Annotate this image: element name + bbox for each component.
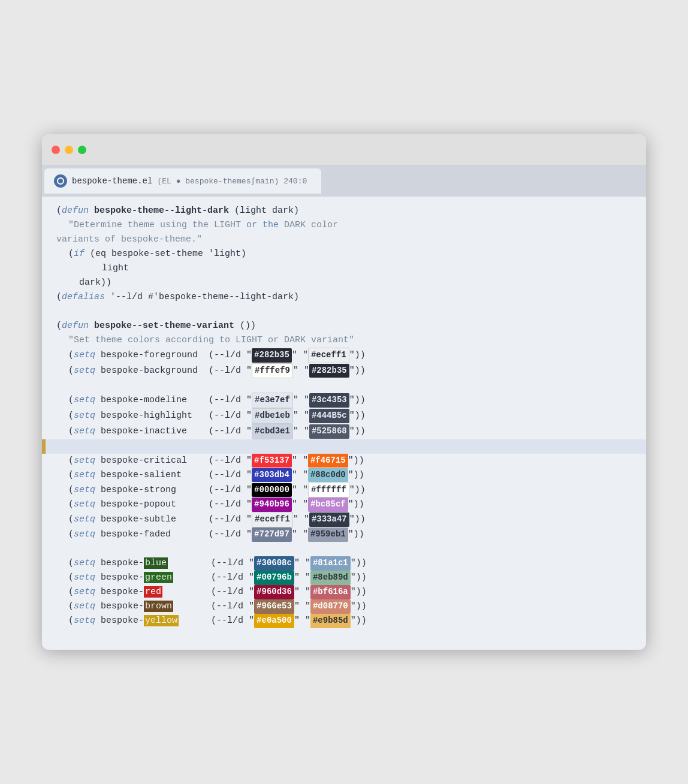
code-line: "Determine theme using the LIGHT or the …	[42, 218, 646, 233]
cursor-position: 240:0	[283, 177, 312, 186]
tab-bar: bespoke-theme.el (EL ● bespoke-themes∫ma…	[42, 165, 646, 197]
code-text: variants of bespoke-theme."	[56, 233, 202, 246]
code-text: (setq bespoke-popout (--l/d "#940b96" "#…	[68, 497, 364, 512]
code-text: (setq bespoke-critical (--l/d "#f53137" …	[68, 454, 364, 468]
code-line: (setq bespoke-yellow (--l/d "#e0a500" "#…	[42, 614, 646, 628]
code-text	[56, 439, 62, 453]
code-line: (defun bespoke--set-theme-variant ())	[42, 319, 646, 333]
titlebar	[42, 134, 646, 165]
code-line: (defun bespoke-theme--light-dark (light …	[42, 204, 646, 218]
code-text: light	[80, 261, 129, 275]
code-line: light	[42, 261, 646, 276]
code-text: (setq bespoke-red (--l/d "#960d36" "#bf6…	[68, 585, 367, 599]
code-line: (setq bespoke-critical (--l/d "#f53137" …	[42, 454, 646, 468]
code-line: dark))	[42, 276, 646, 290]
empty-line	[42, 542, 646, 556]
code-text: (setq bespoke-faded (--l/d "#727d97" "#9…	[68, 527, 364, 542]
code-text: "Set theme colors according to LIGHT or …	[68, 333, 354, 347]
code-text: (defalias '--l/d #'bespoke-theme--light-…	[56, 290, 299, 304]
code-text: (defun bespoke-theme--light-dark (light …	[56, 204, 299, 218]
code-text: (setq bespoke-subtle (--l/d "#eceff1" "#…	[68, 512, 366, 527]
file-tab[interactable]: bespoke-theme.el (EL ● bespoke-themes∫ma…	[44, 168, 321, 194]
empty-line	[42, 304, 646, 319]
minimize-button[interactable]	[65, 146, 73, 154]
code-line: (setq bespoke-popout (--l/d "#940b96" "#…	[42, 497, 646, 512]
code-line: (setq bespoke-highlight (--l/d "#dbe1eb"…	[42, 408, 646, 424]
editor-window: bespoke-theme.el (EL ● bespoke-themes∫ma…	[42, 134, 646, 650]
code-text: (setq bespoke-highlight (--l/d "#dbe1eb"…	[68, 408, 366, 424]
code-line: variants of bespoke-theme."	[42, 233, 646, 247]
file-icon	[54, 174, 67, 188]
code-line: (setq bespoke-background (--l/d "#fffef9…	[42, 363, 646, 379]
code-line: (setq bespoke-strong (--l/d "#000000" "#…	[42, 483, 646, 498]
gutter-line	[42, 439, 646, 454]
code-text: (setq bespoke-inactive (--l/d "#cbd3e1" …	[68, 424, 366, 439]
code-line: (defalias '--l/d #'bespoke-theme--light-…	[42, 290, 646, 304]
code-text: (defun bespoke--set-theme-variant ())	[56, 319, 256, 333]
code-text: (setq bespoke-background (--l/d "#fffef9…	[68, 363, 366, 379]
code-text: "Determine theme using the LIGHT or the …	[68, 218, 338, 232]
close-button[interactable]	[52, 146, 60, 154]
tab-meta: (EL ● bespoke-themes∫main)	[157, 177, 279, 186]
code-line: (setq bespoke-salient (--l/d "#303db4" "…	[42, 468, 646, 483]
code-line: (setq bespoke-foreground (--l/d "#282b35…	[42, 348, 646, 363]
code-text: (setq bespoke-brown (--l/d "#966e53" "#d…	[68, 599, 367, 614]
code-text: (setq bespoke-yellow (--l/d "#e0a500" "#…	[68, 614, 367, 628]
code-line: (if (eq bespoke-set-theme 'light)	[42, 247, 646, 261]
code-text: (setq bespoke-salient (--l/d "#303db4" "…	[68, 468, 364, 483]
code-line: (setq bespoke-brown (--l/d "#966e53" "#d…	[42, 599, 646, 614]
editor-content: (defun bespoke-theme--light-dark (light …	[42, 197, 646, 650]
maximize-button[interactable]	[78, 146, 86, 154]
code-line: (setq bespoke-inactive (--l/d "#cbd3e1" …	[42, 424, 646, 439]
code-text: dark))	[68, 276, 111, 290]
code-line: (setq bespoke-faded (--l/d "#727d97" "#9…	[42, 527, 646, 542]
code-line: (setq bespoke-blue (--l/d "#30608c" "#81…	[42, 556, 646, 571]
code-line: (setq bespoke-subtle (--l/d "#eceff1" "#…	[42, 512, 646, 527]
tab-filename: bespoke-theme.el	[72, 176, 152, 186]
code-text: (setq bespoke-strong (--l/d "#000000" "#…	[68, 483, 366, 498]
code-line: (setq bespoke-green (--l/d "#00796b" "#8…	[42, 571, 646, 585]
code-line: (setq bespoke-red (--l/d "#960d36" "#bf6…	[42, 585, 646, 599]
traffic-lights	[52, 146, 86, 154]
empty-line	[42, 628, 646, 643]
code-text: (if (eq bespoke-set-theme 'light)	[68, 247, 246, 261]
empty-line	[42, 378, 646, 393]
code-line: (setq bespoke-modeline (--l/d "#e3e7ef" …	[42, 393, 646, 408]
code-text: (setq bespoke-blue (--l/d "#30608c" "#81…	[68, 556, 367, 571]
code-text: (setq bespoke-modeline (--l/d "#e3e7ef" …	[68, 393, 366, 408]
code-text: (setq bespoke-foreground (--l/d "#282b35…	[68, 348, 366, 363]
code-line: "Set theme colors according to LIGHT or …	[42, 333, 646, 348]
code-text: (setq bespoke-green (--l/d "#00796b" "#8…	[68, 571, 367, 585]
